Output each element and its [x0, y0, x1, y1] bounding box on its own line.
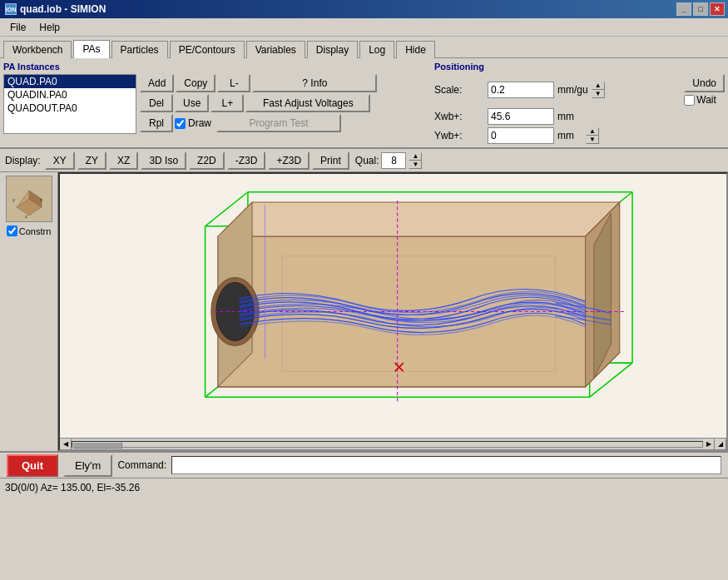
pa-list-item-quad[interactable]: QUAD.PA0	[4, 75, 136, 88]
maximize-button[interactable]: □	[693, 2, 708, 16]
close-button[interactable]: ✕	[710, 2, 725, 16]
wait-checkbox[interactable]	[684, 95, 695, 106]
quit-button[interactable]: Quit	[7, 454, 58, 477]
del-button[interactable]: Del	[140, 94, 173, 112]
viewport-left: y z x Constrn	[0, 172, 58, 451]
ywb-down[interactable]: ▼	[586, 136, 599, 144]
viewport-scrollbar[interactable]: ◀ ▶ ◢	[60, 438, 726, 449]
tab-bar: Workbench PAs Particles PE/Contours Vari…	[0, 37, 728, 58]
tab-particles[interactable]: Particles	[111, 41, 168, 58]
window-title: quad.iob - SIMION	[20, 3, 106, 15]
minimize-button[interactable]: _	[676, 2, 691, 16]
copy-button[interactable]: Copy	[176, 74, 215, 92]
constrain-checkbox-label[interactable]: Constrn	[7, 226, 52, 236]
tab-hide[interactable]: Hide	[396, 41, 435, 58]
menu-file[interactable]: File	[3, 20, 32, 35]
qual-section: Qual: ▲ ▼	[355, 152, 423, 169]
qual-input[interactable]	[381, 152, 406, 169]
ywb-up[interactable]: ▲	[586, 127, 599, 136]
view-3d-iso[interactable]: 3D Iso	[141, 151, 186, 170]
view-xz[interactable]: XZ	[109, 151, 138, 170]
scale-down[interactable]: ▼	[592, 90, 605, 98]
wait-checkbox-label[interactable]: Wait	[684, 94, 725, 106]
l-plus-button[interactable]: L+	[210, 94, 244, 112]
tab-pas[interactable]: PAs	[73, 40, 109, 58]
scroll-track[interactable]	[72, 441, 703, 448]
scroll-right[interactable]: ▶	[703, 439, 715, 450]
view-z2d[interactable]: Z2D	[189, 151, 225, 170]
constrain-checkbox[interactable]	[7, 226, 17, 236]
fast-adjust-button[interactable]: Fast Adjust Voltages	[245, 94, 370, 112]
draw-label: Draw	[188, 117, 211, 129]
use-button[interactable]: Use	[175, 94, 209, 112]
scale-unit: mm/gu	[557, 84, 588, 96]
l-minus-button[interactable]: L-	[217, 74, 250, 92]
positioning-section: Positioning Scale: mm/gu ▲ ▼ Undo	[434, 62, 725, 144]
view-xy[interactable]: XY	[45, 151, 75, 170]
title-bar: ION quad.iob - SIMION _ □ ✕	[0, 0, 728, 18]
qual-up[interactable]: ▲	[409, 152, 422, 161]
pa-list-item-quadout[interactable]: QUADOUT.PA0	[4, 102, 136, 115]
svg-text:y: y	[12, 197, 15, 202]
scale-input[interactable]	[488, 82, 554, 98]
xwb-input[interactable]	[488, 108, 554, 125]
command-label: Command:	[117, 459, 166, 471]
wait-label: Wait	[696, 94, 716, 106]
bottom-bar: Quit Ely'm Command:	[0, 451, 728, 478]
qual-down[interactable]: ▼	[409, 161, 422, 169]
menu-help[interactable]: Help	[32, 20, 67, 35]
constrain-label: Constrn	[19, 226, 52, 236]
pa-list-item-quadin[interactable]: QUADIN.PA0	[4, 88, 136, 102]
ywb-label: Ywb+:	[434, 130, 484, 141]
pa-instances-section: PA Instances QUAD.PA0 QUADIN.PA0 QUADOUT…	[3, 62, 428, 144]
elym-button[interactable]: Ely'm	[63, 454, 112, 477]
ywb-unit: mm	[557, 130, 582, 141]
tab-variables[interactable]: Variables	[246, 41, 305, 58]
display-label: Display:	[5, 155, 41, 166]
xwb-label: Xwb+:	[434, 111, 484, 122]
scale-label: Scale:	[434, 84, 484, 96]
qual-spinners[interactable]: ▲ ▼	[409, 152, 422, 169]
3d-thumbnail[interactable]: y z x	[6, 176, 52, 222]
positioning-title: Positioning	[434, 62, 725, 72]
view-pos-z3d[interactable]: +Z3D	[268, 151, 310, 170]
undo-button[interactable]: Undo	[684, 74, 725, 92]
draw-checkbox-label[interactable]: Draw	[175, 114, 211, 132]
view-zy[interactable]: ZY	[77, 151, 106, 170]
svg-text:z: z	[25, 214, 27, 219]
scroll-thumb[interactable]	[72, 442, 122, 449]
3d-view[interactable]	[60, 174, 726, 449]
command-input[interactable]	[171, 456, 721, 474]
rpl-button[interactable]: Rpl	[140, 114, 173, 132]
status-text: 3D(0/0) Az= 135.00, El=-35.26	[5, 482, 140, 493]
view-neg-z3d[interactable]: -Z3D	[227, 151, 266, 170]
scale-spinners[interactable]: ▲ ▼	[592, 82, 605, 98]
view-print[interactable]: Print	[312, 151, 349, 170]
ywb-spinners[interactable]: ▲ ▼	[586, 127, 599, 144]
pa-buttons: Add Copy L- ? Info Del Use L+ Fast Adjus…	[140, 74, 377, 134]
ywb-input[interactable]	[488, 127, 554, 144]
viewport-area: y z x Constrn	[0, 172, 728, 451]
info-button[interactable]: ? Info	[252, 74, 377, 92]
scale-up[interactable]: ▲	[592, 82, 605, 90]
svg-text:x: x	[40, 197, 42, 202]
pa-instances-title: PA Instances	[3, 62, 428, 72]
qual-label: Qual:	[355, 155, 379, 166]
xwb-unit: mm	[557, 111, 582, 122]
tab-pe-contours[interactable]: PE/Contours	[170, 41, 245, 58]
tab-display[interactable]: Display	[307, 41, 358, 58]
scroll-left[interactable]: ◀	[60, 439, 72, 450]
scroll-resize[interactable]: ◢	[715, 439, 726, 450]
draw-checkbox[interactable]	[175, 118, 186, 129]
program-test-button[interactable]: Program Test	[216, 114, 341, 132]
svg-marker-28	[282, 256, 556, 372]
svg-marker-21	[218, 202, 620, 236]
tab-workbench[interactable]: Workbench	[3, 41, 72, 58]
display-bar: Display: XY ZY XZ 3D Iso Z2D -Z3D +Z3D P…	[0, 149, 728, 172]
status-bar: 3D(0/0) Az= 135.00, El=-35.26	[0, 478, 728, 496]
pa-list[interactable]: QUAD.PA0 QUADIN.PA0 QUADOUT.PA0	[3, 74, 136, 134]
app-icon: ION	[5, 3, 17, 15]
viewport-main[interactable]: ◀ ▶ ◢	[58, 172, 728, 451]
add-button[interactable]: Add	[140, 74, 174, 92]
tab-log[interactable]: Log	[359, 41, 394, 58]
